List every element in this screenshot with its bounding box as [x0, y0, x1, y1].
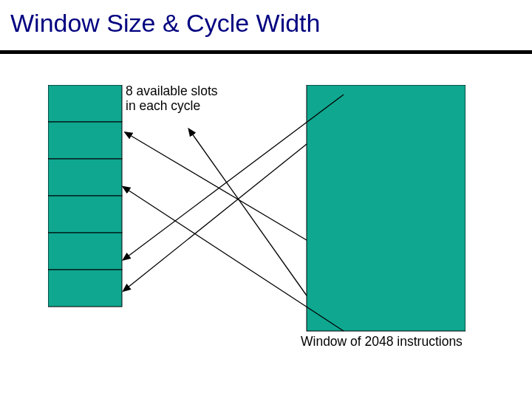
mapping-arrow: [130, 135, 307, 240]
cycle-slot-box: [48, 196, 122, 233]
slide-title: Window Size & Cycle Width: [10, 9, 320, 38]
cycle-slot-box: [48, 159, 122, 196]
slide: Window Size & Cycle Width 8 available sl…: [0, 0, 532, 399]
mapping-arrow: [128, 144, 307, 287]
title-underline: [0, 50, 532, 54]
instruction-window-box: [307, 85, 466, 331]
window-label: Window of 2048 instructions: [301, 334, 463, 349]
cycle-slot-box: [48, 122, 122, 159]
cycle-slot-box: [48, 85, 122, 122]
diagram-svg: [48, 85, 466, 355]
cycle-slot-box: [48, 270, 122, 307]
cycle-slot-stack: [48, 85, 122, 307]
cycle-slot-box: [48, 233, 122, 270]
